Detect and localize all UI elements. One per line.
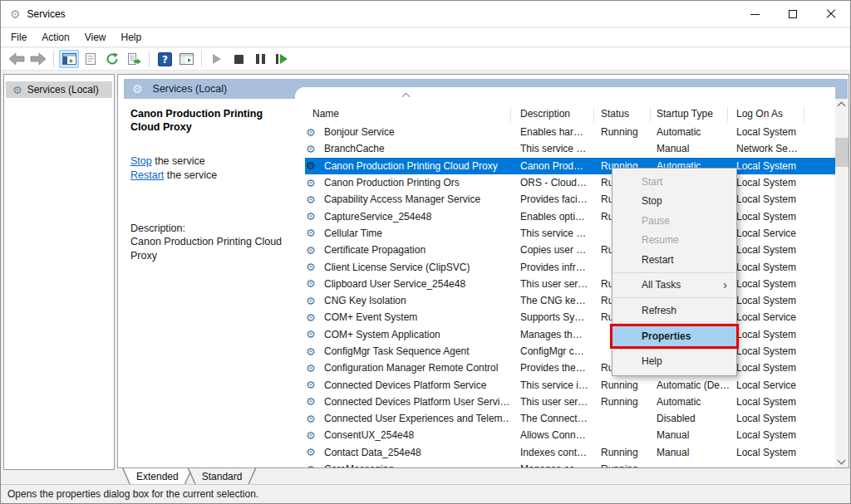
service-row[interactable]: ⚙BranchCacheThis service …ManualNetwork … [295,140,835,157]
column-header-description[interactable]: Description [520,108,570,120]
menu-action[interactable]: Action [34,28,76,46]
service-row[interactable]: ⚙Canon Production Printing Cloud ProxyCa… [295,158,835,174]
svg-text:?: ? [162,53,168,65]
service-row[interactable]: ⚙Configuration Manager Remote ControlPro… [295,360,835,376]
help-icon[interactable]: ? [155,50,175,68]
service-name-cell: Clipboard User Service_254e48 [324,276,510,292]
service-row[interactable]: ⚙Bonjour ServiceEnables har…RunningAutom… [295,124,835,140]
service-row[interactable]: ⚙Clipboard User Service_254e48This user … [295,276,835,292]
service-description-cell: This user ser… [520,394,597,410]
service-row[interactable]: ⚙Connected Devices Platform ServiceThis … [295,376,835,393]
service-row[interactable]: ⚙Canon Production Printing OrsORS - Clou… [295,174,835,191]
show-console-tree-icon[interactable] [59,50,79,68]
column-divider[interactable] [510,107,511,122]
stop-service-icon[interactable] [229,50,248,68]
service-description-cell: Supports Sy… [520,309,597,325]
service-row[interactable]: ⚙ConsentUX_254e48Allows Conn…ManualLocal… [295,427,835,443]
close-button[interactable] [812,1,850,27]
maximize-icon [789,10,797,18]
toolbar-separator [201,51,202,67]
context-menu: StartStopPauseResumeRestartAll Tasks›Ref… [612,168,737,376]
restart-service-link[interactable]: Restart [130,169,164,181]
service-status-cell [601,427,652,443]
service-row[interactable]: ⚙COM+ System ApplicationManages th…Local… [295,326,835,343]
service-row[interactable]: ⚙Contact Data_254e48Indexes cont…Running… [295,444,835,461]
menu-item-stop[interactable]: Stop [612,192,736,212]
service-row[interactable]: ⚙Client License Service (ClipSVC)Provide… [295,258,835,275]
tree-item-services-local[interactable]: ⚙ Services (Local) [6,81,112,98]
column-header-status[interactable]: Status [601,108,629,120]
scroll-up-icon[interactable] [838,102,846,110]
menu-item-properties[interactable]: Properties [612,326,736,346]
scrollbar-thumb[interactable] [835,138,849,167]
menu-view[interactable]: View [77,28,114,46]
service-row[interactable]: ⚙Certificate PropagationCopies user …Run… [295,242,835,258]
export-list-icon[interactable] [124,50,144,68]
menu-item-refresh[interactable]: Refresh [612,301,736,321]
service-name-cell: Cellular Time [324,225,510,242]
service-logon-cell: Network Se… [736,140,813,157]
refresh-icon[interactable] [102,50,122,68]
status-bar: Opens the properties dialog box for the … [1,484,850,503]
start-service-icon[interactable] [207,50,227,68]
service-gear-icon: ⚙ [306,410,322,427]
service-row[interactable]: ⚙Connected User Experiences and Telem…Th… [295,410,835,427]
service-row[interactable]: ⚙Connected Devices Platform User Servi…T… [295,394,835,410]
service-logon-cell: Local System [736,444,813,461]
service-row[interactable]: ⚙ConfigMgr Task Sequence AgentConfigMgr … [295,343,835,360]
service-name-cell: Connected Devices Platform Service [324,376,510,393]
menu-item-label: Stop [642,195,662,207]
service-row[interactable]: ⚙COM+ Event SystemSupports Sy…RunningLoc… [295,309,835,325]
properties-icon[interactable] [81,50,101,68]
tab-standard[interactable]: Standard [188,468,257,485]
service-gear-icon: ⚙ [306,225,322,242]
service-status-cell [601,140,652,157]
service-gear-icon: ⚙ [306,461,322,467]
column-header-log-on-as[interactable]: Log On As [736,108,783,120]
services-app-icon: ⚙ [10,8,21,20]
service-description-cell: Enables opti… [520,208,597,224]
service-logon-cell: Local System [736,276,813,292]
column-header-name[interactable]: Name [312,108,339,120]
column-divider[interactable] [804,107,804,122]
service-logon-cell: Local System [736,427,813,443]
menu-item-restart[interactable]: Restart [612,250,736,270]
service-description-cell: This service … [520,225,597,242]
column-divider[interactable] [650,107,651,122]
minimize-button[interactable] [735,1,774,27]
column-divider[interactable] [593,107,594,122]
service-row[interactable]: ⚙CaptureService_254e48Enables opti…Runni… [295,208,835,224]
service-row[interactable]: ⚙CNG Key IsolationThe CNG ke…RunningLoca… [295,292,835,309]
column-header-startup-type[interactable]: Startup Type [657,108,713,120]
service-startup-cell: Automatic [657,394,730,410]
pause-service-icon[interactable] [250,50,270,68]
stop-service-link[interactable]: Stop [130,155,152,167]
forward-icon[interactable] [28,50,48,68]
service-status-cell: Running [601,394,652,410]
service-status-cell: Running [601,461,652,467]
service-description-cell: Provides the… [520,360,597,376]
menu-file[interactable]: File [3,28,34,46]
service-row[interactable]: ⚙Cellular TimeThis service …Local Servic… [295,225,835,242]
service-name-cell: COM+ System Application [324,326,510,343]
show-action-pane-icon[interactable] [176,50,196,68]
service-name-cell: COM+ Event System [324,309,510,325]
maximize-button[interactable] [774,1,812,27]
service-row[interactable]: ⚙CoreMessagingManages co…Running [295,461,835,467]
tab-extended[interactable]: Extended [122,468,193,485]
column-divider[interactable] [727,107,728,122]
scroll-down-icon[interactable] [838,457,846,465]
service-gear-icon: ⚙ [306,292,322,309]
service-logon-cell [736,461,813,467]
service-name-cell: Bonjour Service [324,124,510,140]
menu-item-all-tasks[interactable]: All Tasks› [612,276,736,296]
service-description-cell: Canon Prod… [520,158,597,174]
vertical-scrollbar[interactable] [835,99,849,467]
restart-service-icon[interactable] [272,50,292,68]
menu-item-help[interactable]: Help [612,352,736,372]
service-description-cell: The CNG ke… [520,292,597,309]
service-row[interactable]: ⚙Capability Access Manager ServiceProvid… [295,191,835,208]
menu-help[interactable]: Help [114,28,150,46]
back-icon[interactable] [7,50,27,68]
service-gear-icon: ⚙ [306,444,322,461]
